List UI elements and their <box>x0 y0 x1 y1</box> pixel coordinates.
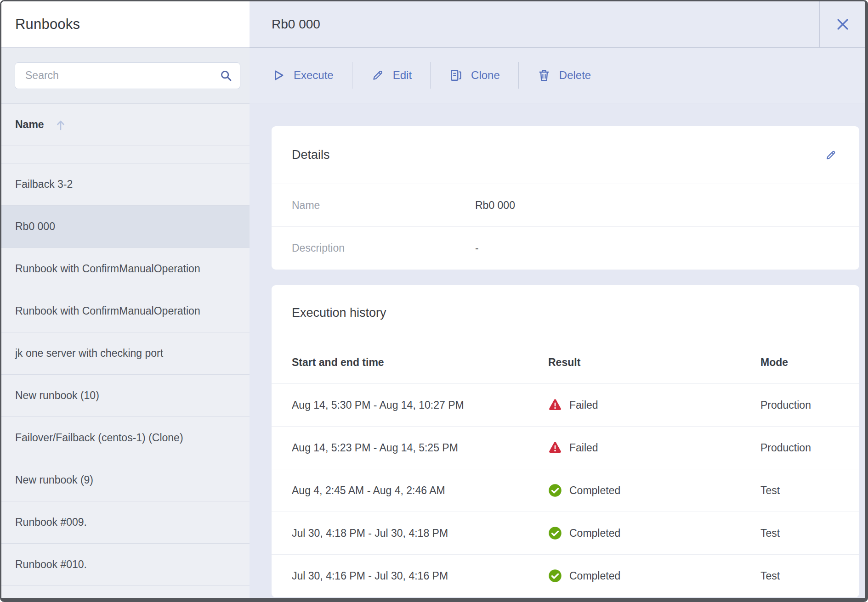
completed-icon <box>548 484 562 497</box>
list-item[interactable]: Runbook #009. <box>1 501 250 544</box>
pencil-icon <box>371 68 385 82</box>
search-input[interactable] <box>24 69 220 82</box>
runbooks-sidebar: Runbooks Name <box>1 1 250 598</box>
trash-icon <box>537 68 551 82</box>
history-result: Completed <box>569 570 620 582</box>
history-card-title: Execution history <box>292 306 839 320</box>
detail-header: Rb0 000 <box>250 1 865 48</box>
field-row-description: Description - <box>272 227 859 270</box>
list-item[interactable]: New runbook (9) <box>1 459 250 501</box>
completed-icon <box>548 569 562 583</box>
details-card: Details Name Rb0 000 D <box>272 126 859 270</box>
delete-label: Delete <box>559 69 591 82</box>
runbook-detail-panel: Rb0 000 Execute <box>250 1 865 598</box>
detail-toolbar: Execute Edit <box>250 48 865 103</box>
history-time: Aug 14, 5:23 PM - Aug 14, 5:25 PM <box>292 442 548 454</box>
edit-button[interactable]: Edit <box>371 68 412 82</box>
history-time: Jul 30, 4:18 PM - Jul 30, 4:18 PM <box>292 527 548 540</box>
edit-label: Edit <box>393 69 412 82</box>
execute-button[interactable]: Execute <box>272 68 334 82</box>
search-strip <box>1 48 250 104</box>
list-item[interactable]: Runbook #010. <box>1 544 250 586</box>
list-item[interactable]: Runbook with ConfirmManualOperation <box>1 290 250 332</box>
history-mode: Test <box>760 527 859 540</box>
execute-label: Execute <box>294 69 334 82</box>
history-card-header: Execution history <box>272 285 859 341</box>
details-card-title: Details <box>292 148 823 162</box>
history-mode: Test <box>760 570 859 582</box>
list-item-selected[interactable]: Rb0 000 <box>1 206 250 248</box>
history-time: Aug 4, 2:45 AM - Aug 4, 2:46 AM <box>292 484 548 497</box>
clone-button[interactable]: Clone <box>449 68 500 82</box>
history-result: Completed <box>569 527 620 540</box>
search-box[interactable] <box>15 62 240 89</box>
completed-icon <box>548 526 562 540</box>
close-button[interactable] <box>819 1 865 47</box>
list-item[interactable]: jk one server with checking port <box>1 332 250 375</box>
history-mode: Test <box>760 484 859 497</box>
play-icon <box>272 68 285 82</box>
column-mode: Mode <box>760 356 859 369</box>
list-item[interactable]: Failback 3-2 <box>1 163 250 206</box>
list-item[interactable]: Runbook with ConfirmManualOperation <box>1 248 250 290</box>
column-result: Result <box>548 356 760 369</box>
delete-button[interactable]: Delete <box>537 68 591 82</box>
toolbar-separator <box>430 62 431 89</box>
field-label: Description <box>292 242 475 254</box>
detail-content: Details Name Rb0 000 D <box>250 103 865 598</box>
column-start-end-time: Start and end time <box>292 356 548 369</box>
pencil-icon <box>824 149 837 162</box>
history-table-header: Start and end time Result Mode <box>272 341 859 384</box>
execution-history-card: Execution history Start and end time Res… <box>272 285 859 597</box>
close-icon <box>835 17 851 32</box>
details-card-header: Details <box>272 126 859 184</box>
history-result: Failed <box>569 399 598 411</box>
sort-ascending-icon <box>55 119 66 131</box>
search-icon <box>220 69 233 82</box>
toolbar-separator <box>518 62 519 89</box>
history-row[interactable]: Aug 14, 5:30 PM - Aug 14, 10:27 PM Faile… <box>272 384 859 427</box>
history-row[interactable]: Jul 30, 4:18 PM - Jul 30, 4:18 PM Comple… <box>272 512 859 555</box>
history-time: Jul 30, 4:16 PM - Jul 30, 4:16 PM <box>292 570 548 582</box>
failed-icon <box>548 399 562 411</box>
edit-details-button[interactable] <box>823 147 839 163</box>
history-mode: Production <box>760 442 859 454</box>
detail-title: Rb0 000 <box>250 1 819 47</box>
history-row[interactable]: Aug 4, 2:45 AM - Aug 4, 2:46 AM Complete… <box>272 469 859 512</box>
history-result: Failed <box>569 442 598 454</box>
toolbar-separator <box>352 62 352 89</box>
list-item[interactable]: New runbook (10) <box>1 375 250 417</box>
failed-icon <box>548 441 562 454</box>
column-header-label: Name <box>15 118 44 131</box>
clone-icon <box>449 68 463 82</box>
list-column-header-name[interactable]: Name <box>1 104 250 146</box>
field-row-name: Name Rb0 000 <box>272 184 859 227</box>
field-value: Rb0 000 <box>475 199 515 212</box>
field-label: Name <box>292 199 475 212</box>
app-window: Runbooks Name <box>0 0 868 602</box>
clone-label: Clone <box>471 69 500 82</box>
runbooks-list: Failback 3-2 Rb0 000 Runbook with Confir… <box>1 163 250 598</box>
history-row[interactable]: Aug 14, 5:23 PM - Aug 14, 5:25 PM Failed… <box>272 427 859 469</box>
history-row[interactable]: Jul 30, 4:16 PM - Jul 30, 4:16 PM Comple… <box>272 555 859 597</box>
sidebar-header: Runbooks <box>1 1 250 48</box>
field-value: - <box>475 242 479 254</box>
history-result: Completed <box>569 484 620 497</box>
history-time: Aug 14, 5:30 PM - Aug 14, 10:27 PM <box>292 399 548 411</box>
history-mode: Production <box>760 399 859 411</box>
list-spacer-row <box>1 146 250 163</box>
list-item[interactable]: Failover/Failback (centos-1) (Clone) <box>1 417 250 459</box>
sidebar-title: Runbooks <box>15 16 80 33</box>
